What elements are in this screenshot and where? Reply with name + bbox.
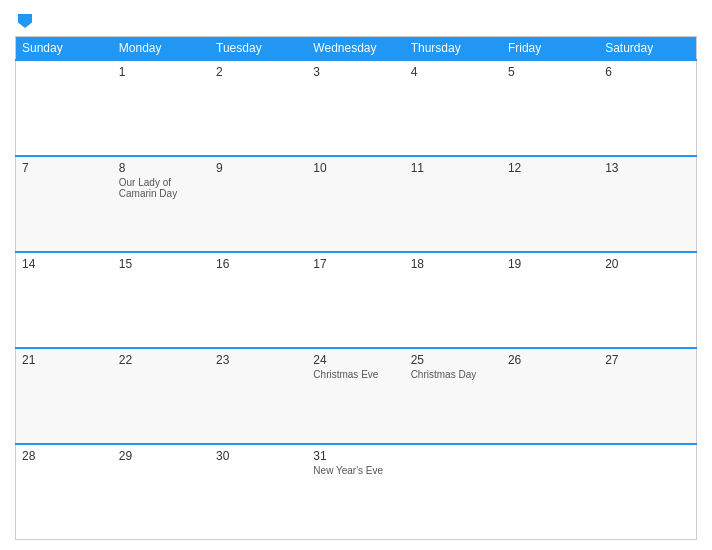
day-cell: 4 bbox=[405, 60, 502, 156]
day-cell: 11 bbox=[405, 156, 502, 252]
calendar-header-row: SundayMondayTuesdayWednesdayThursdayFrid… bbox=[16, 37, 697, 61]
day-number: 5 bbox=[508, 65, 593, 79]
day-cell: 10 bbox=[307, 156, 404, 252]
col-header-tuesday: Tuesday bbox=[210, 37, 307, 61]
day-number: 25 bbox=[411, 353, 496, 367]
day-cell: 12 bbox=[502, 156, 599, 252]
day-number: 23 bbox=[216, 353, 301, 367]
day-number: 8 bbox=[119, 161, 204, 175]
week-row-0: 123456 bbox=[16, 60, 697, 156]
day-cell: 19 bbox=[502, 252, 599, 348]
day-number: 31 bbox=[313, 449, 398, 463]
col-header-monday: Monday bbox=[113, 37, 210, 61]
day-number: 21 bbox=[22, 353, 107, 367]
week-row-2: 14151617181920 bbox=[16, 252, 697, 348]
day-number: 2 bbox=[216, 65, 301, 79]
day-number: 9 bbox=[216, 161, 301, 175]
day-number: 4 bbox=[411, 65, 496, 79]
day-cell: 22 bbox=[113, 348, 210, 444]
week-row-3: 21222324Christmas Eve25Christmas Day2627 bbox=[16, 348, 697, 444]
calendar-header bbox=[15, 10, 697, 28]
day-number: 14 bbox=[22, 257, 107, 271]
day-cell: 29 bbox=[113, 444, 210, 540]
day-cell: 23 bbox=[210, 348, 307, 444]
day-cell: 18 bbox=[405, 252, 502, 348]
col-header-friday: Friday bbox=[502, 37, 599, 61]
day-cell: 21 bbox=[16, 348, 113, 444]
col-header-thursday: Thursday bbox=[405, 37, 502, 61]
logo-icon bbox=[18, 14, 32, 28]
day-cell: 17 bbox=[307, 252, 404, 348]
col-header-saturday: Saturday bbox=[599, 37, 696, 61]
col-header-sunday: Sunday bbox=[16, 37, 113, 61]
day-number: 18 bbox=[411, 257, 496, 271]
day-cell bbox=[405, 444, 502, 540]
day-cell: 16 bbox=[210, 252, 307, 348]
day-cell: 5 bbox=[502, 60, 599, 156]
calendar-table: SundayMondayTuesdayWednesdayThursdayFrid… bbox=[15, 36, 697, 540]
day-number: 26 bbox=[508, 353, 593, 367]
day-cell: 28 bbox=[16, 444, 113, 540]
week-row-4: 28293031New Year's Eve bbox=[16, 444, 697, 540]
day-number: 19 bbox=[508, 257, 593, 271]
day-cell: 24Christmas Eve bbox=[307, 348, 404, 444]
day-cell: 15 bbox=[113, 252, 210, 348]
day-number: 20 bbox=[605, 257, 690, 271]
day-event: New Year's Eve bbox=[313, 465, 398, 476]
day-cell bbox=[502, 444, 599, 540]
day-number: 7 bbox=[22, 161, 107, 175]
logo bbox=[15, 10, 32, 28]
day-cell: 1 bbox=[113, 60, 210, 156]
day-cell: 6 bbox=[599, 60, 696, 156]
day-number: 29 bbox=[119, 449, 204, 463]
day-cell: 3 bbox=[307, 60, 404, 156]
logo-blue-text bbox=[15, 10, 32, 28]
day-event: Our Lady of Camarin Day bbox=[119, 177, 204, 199]
day-cell: 25Christmas Day bbox=[405, 348, 502, 444]
day-event: Christmas Eve bbox=[313, 369, 398, 380]
day-number: 27 bbox=[605, 353, 690, 367]
day-event: Christmas Day bbox=[411, 369, 496, 380]
col-header-wednesday: Wednesday bbox=[307, 37, 404, 61]
day-number: 24 bbox=[313, 353, 398, 367]
page: SundayMondayTuesdayWednesdayThursdayFrid… bbox=[0, 0, 712, 550]
day-number: 1 bbox=[119, 65, 204, 79]
day-cell: 14 bbox=[16, 252, 113, 348]
day-number: 10 bbox=[313, 161, 398, 175]
day-cell: 31New Year's Eve bbox=[307, 444, 404, 540]
day-number: 28 bbox=[22, 449, 107, 463]
day-number: 12 bbox=[508, 161, 593, 175]
day-number: 17 bbox=[313, 257, 398, 271]
day-cell: 2 bbox=[210, 60, 307, 156]
day-cell: 7 bbox=[16, 156, 113, 252]
day-number: 13 bbox=[605, 161, 690, 175]
day-cell: 26 bbox=[502, 348, 599, 444]
day-number: 22 bbox=[119, 353, 204, 367]
day-cell: 8Our Lady of Camarin Day bbox=[113, 156, 210, 252]
day-number: 30 bbox=[216, 449, 301, 463]
week-row-1: 78Our Lady of Camarin Day910111213 bbox=[16, 156, 697, 252]
day-number: 16 bbox=[216, 257, 301, 271]
day-number: 15 bbox=[119, 257, 204, 271]
day-cell: 9 bbox=[210, 156, 307, 252]
day-cell bbox=[599, 444, 696, 540]
day-cell: 13 bbox=[599, 156, 696, 252]
day-number: 3 bbox=[313, 65, 398, 79]
day-cell: 20 bbox=[599, 252, 696, 348]
day-number: 6 bbox=[605, 65, 690, 79]
day-number: 11 bbox=[411, 161, 496, 175]
day-cell: 30 bbox=[210, 444, 307, 540]
day-cell bbox=[16, 60, 113, 156]
day-cell: 27 bbox=[599, 348, 696, 444]
